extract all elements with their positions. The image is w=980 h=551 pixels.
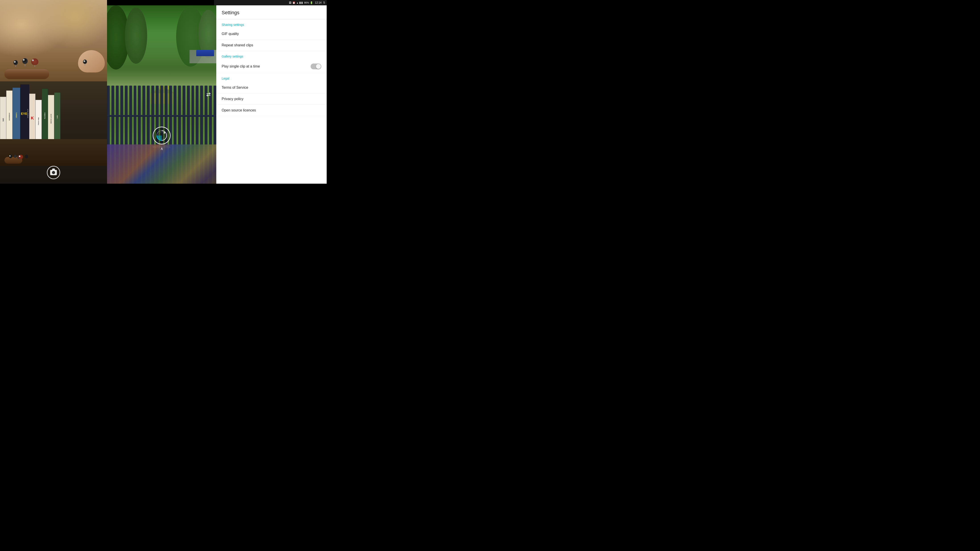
flip-camera-button[interactable]: ⇄ — [204, 90, 213, 99]
bird-leg-2 — [25, 64, 25, 66]
single-clip-toggle[interactable] — [310, 64, 321, 69]
single-clip-label: Play single clip at a time — [222, 64, 260, 68]
center-alarm-icon: ⏰ — [292, 2, 296, 4]
bird-eye-2 — [23, 59, 24, 60]
settings-title: Settings — [222, 10, 321, 16]
camera-button[interactable] — [47, 166, 60, 179]
bird-eye-1 — [14, 61, 16, 63]
ground-area — [0, 139, 107, 166]
red-bird-eye-g — [19, 156, 20, 157]
camera-view: MOTION STILL ⇄ ∧ — [107, 5, 216, 184]
bird-body-4 — [83, 60, 87, 64]
bird-3 — [31, 59, 38, 67]
bottom-strip[interactable]: ∧ — [107, 144, 216, 184]
settings-item-gif-quality[interactable]: GIF quality — [216, 28, 327, 40]
bottom-content: GRS HANDBOOK TURBO EYEof the WORLD K Mik… — [0, 81, 107, 184]
privacy-label: Privacy policy — [222, 97, 243, 101]
red-bird-g — [18, 155, 23, 159]
bird-1 — [13, 60, 18, 67]
motion-still-icon — [156, 130, 167, 141]
center-battery-icon: 🔋 — [310, 2, 313, 4]
settings-content: Sharing settings GIF quality Repeat shar… — [216, 19, 327, 184]
section-header-gallery: Gallery settings — [216, 51, 327, 60]
bird-body-1 — [13, 60, 18, 65]
section-header-legal: Legal — [216, 73, 327, 82]
book-scott-adams: SCOTT ADAMS — [48, 95, 54, 143]
center-gallery-icon: 🖼 — [289, 2, 291, 4]
book-grs: GRS — [0, 97, 6, 143]
car — [196, 50, 214, 56]
left-panel: GRS HANDBOOK TURBO EYEof the WORLD K Mik… — [0, 0, 107, 184]
chevron-up-icon: ∧ — [160, 146, 163, 151]
center-status-bar: 🖼 ⏰ ▲ ▌▌▌ 86% 🔋 12:14 — [214, 0, 323, 5]
top-image — [0, 0, 107, 81]
bird-leg-1 — [15, 65, 16, 67]
bird-body-2 — [22, 58, 28, 64]
section-header-sharing: Sharing settings — [216, 19, 327, 28]
gif-quality-label: GIF quality — [222, 32, 239, 36]
bird-brown-body — [31, 59, 38, 65]
right-panel: ⏰ ▲ ▌▌▌ 86% 🔋 12:15 Settings Sharing set… — [216, 0, 327, 184]
settings-header: Settings — [216, 5, 327, 19]
settings-item-repeat-clips[interactable]: Repeat shared clips — [216, 40, 327, 51]
book-ashley: Mike Ashley — [35, 100, 42, 143]
photo-top — [0, 0, 107, 81]
center-signal-icon: ▌▌▌ — [299, 2, 303, 4]
motion-still-button[interactable]: MOTION STILL — [153, 127, 170, 144]
ground-birds — [9, 155, 28, 159]
trees-overlay — [107, 5, 216, 86]
small-bird-g3 — [25, 155, 28, 158]
birds-scene — [7, 37, 100, 77]
center-wifi-icon: ▲ — [296, 2, 299, 4]
repeat-clips-label: Repeat shared clips — [222, 43, 253, 47]
settings-item-single-clip[interactable]: Play single clip at a time — [216, 60, 327, 73]
book-k: K — [29, 94, 35, 143]
center-panel: 🖼 ⏰ ▲ ▌▌▌ 86% 🔋 12:14 — [107, 0, 216, 184]
book-turbo: TURBO — [13, 87, 20, 143]
small-bird-g1 — [9, 155, 12, 158]
center-battery-percent: 86% — [304, 2, 309, 4]
book-extra: BIXT... — [54, 92, 60, 143]
toggle-knob — [316, 64, 321, 69]
bird-eye-3 — [32, 60, 34, 61]
book-forsyth: FORSYTH — [42, 89, 48, 143]
settings-item-terms[interactable]: Terms of Service — [216, 82, 327, 94]
terms-label: Terms of Service — [222, 86, 248, 90]
bird-eye-4 — [84, 60, 85, 62]
settings-item-privacy[interactable]: Privacy policy — [216, 94, 327, 105]
center-status-icons: ⏰ ▲ ▌▌▌ 86% 🔋 12:14 — [292, 1, 321, 4]
books-row: GRS HANDBOOK TURBO EYEof the WORLD K Mik… — [0, 81, 107, 143]
bird-leg-4 — [85, 64, 85, 66]
small-bird-g2 — [14, 155, 16, 158]
photo-bottom: GRS HANDBOOK TURBO EYEof the WORLD K Mik… — [0, 81, 107, 184]
center-time: 12:14 — [315, 1, 321, 4]
open-source-label: Open source licences — [222, 108, 256, 112]
bird-4 — [83, 60, 87, 66]
small-bird-eye-g1 — [10, 156, 11, 156]
book-handbook: HANDBOOK — [6, 91, 13, 143]
flip-icon: ⇄ — [206, 91, 211, 98]
book-eye: EYEof the WORLD — [20, 84, 29, 143]
fence-horizontal — [107, 115, 216, 117]
bird-2 — [22, 58, 28, 66]
svg-point-2 — [164, 132, 165, 133]
tree-center-left — [125, 8, 147, 64]
bird-leg-3 — [35, 65, 35, 67]
camera-icon — [50, 170, 57, 175]
settings-item-open-source[interactable]: Open source licences — [216, 105, 327, 116]
